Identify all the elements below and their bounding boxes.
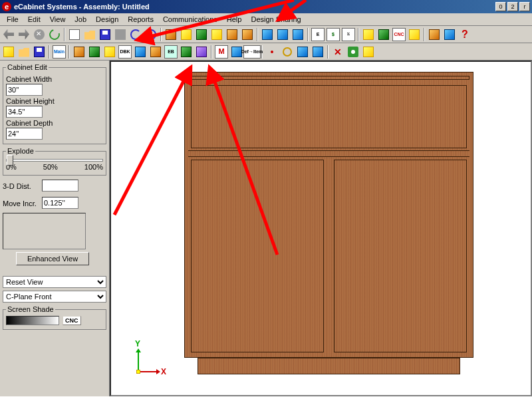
- screen-shade-legend: Screen Shade: [6, 305, 55, 313]
- menu-job[interactable]: Job: [70, 14, 90, 25]
- tool-4-button[interactable]: [209, 27, 224, 42]
- explode-legend: Explode: [6, 147, 35, 155]
- tool-6-button[interactable]: [240, 27, 255, 42]
- move-input[interactable]: [42, 197, 78, 209]
- menu-communications[interactable]: Communications: [159, 14, 221, 25]
- tool-1-button[interactable]: [164, 27, 178, 42]
- cabinet-depth-input[interactable]: [6, 128, 43, 140]
- redo-button[interactable]: [144, 27, 158, 42]
- cab-3-button[interactable]: [102, 45, 117, 59]
- maximize-button[interactable]: 2: [507, 2, 518, 11]
- circle-button[interactable]: [280, 45, 295, 59]
- layout-icon: [378, 29, 389, 40]
- minimize-button[interactable]: 0: [495, 2, 506, 11]
- dbx-button[interactable]: DBK: [118, 45, 132, 59]
- window-3-button[interactable]: [291, 27, 305, 42]
- grid-icon: [313, 47, 323, 57]
- cnc-small-button[interactable]: CNC: [63, 316, 81, 325]
- sigma-button[interactable]: Σ: [341, 27, 356, 42]
- m-button[interactable]: M: [214, 45, 229, 59]
- undo-button[interactable]: [128, 27, 143, 42]
- cplane-select[interactable]: C-Plane Front: [3, 291, 106, 303]
- enhanced-view-button[interactable]: Enhanced View: [16, 252, 89, 265]
- last-icon: [363, 47, 374, 57]
- nav-stop-button[interactable]: [32, 27, 47, 42]
- cab-4-button[interactable]: [133, 45, 148, 59]
- menu-design-sharing[interactable]: Design Sharing: [247, 14, 305, 25]
- tool-3-button[interactable]: [194, 27, 209, 42]
- select-button[interactable]: [1, 45, 16, 59]
- open2-button[interactable]: [17, 45, 31, 59]
- cabinet-width-label: Cabinet Width: [6, 75, 103, 83]
- explode-slider[interactable]: [6, 159, 103, 162]
- grid-button[interactable]: [311, 45, 325, 59]
- nav-back-button[interactable]: [1, 27, 16, 42]
- menu-view[interactable]: View: [46, 14, 70, 25]
- window-1-button[interactable]: [260, 27, 275, 42]
- graph-button[interactable]: [295, 45, 310, 59]
- print-icon: [115, 29, 126, 40]
- viewport-3d[interactable]: X Y: [110, 61, 532, 396]
- point-button[interactable]: [265, 45, 279, 59]
- cabinet-depth-label: Cabinet Depth: [6, 119, 103, 127]
- dist-label: 3-D Dist.: [3, 182, 39, 190]
- window-2-button[interactable]: [275, 27, 290, 42]
- main-area: Cabinet Edit Cabinet Width Cabinet Heigh…: [0, 61, 532, 396]
- tool-9-button[interactable]: [407, 27, 422, 42]
- tool-11-button[interactable]: [442, 27, 457, 42]
- tool-7-button[interactable]: [361, 27, 376, 42]
- tool-5-button[interactable]: [225, 27, 239, 42]
- dollar-button[interactable]: $: [326, 27, 340, 42]
- window-title: eCabinet Systems - Assembly: Untitled: [14, 3, 494, 11]
- open-button[interactable]: [82, 27, 97, 42]
- camera-button[interactable]: [346, 45, 360, 59]
- help-button[interactable]: ?: [458, 27, 472, 42]
- menu-help[interactable]: Help: [223, 14, 246, 25]
- tool-8-button[interactable]: [376, 27, 391, 42]
- close-button[interactable]: r: [519, 2, 530, 11]
- save2-button[interactable]: [32, 45, 47, 59]
- camera-icon: [348, 47, 358, 57]
- redo-icon: [146, 29, 156, 40]
- shade-slider[interactable]: [6, 316, 59, 325]
- cab4-icon: [135, 47, 146, 57]
- delete-button[interactable]: ✕: [331, 45, 345, 59]
- cab-1-button[interactable]: [72, 45, 86, 59]
- circle-icon: [283, 47, 292, 57]
- refresh-icon: [47, 27, 62, 42]
- render-icon: [196, 29, 207, 40]
- eb-button[interactable]: EB: [164, 45, 178, 59]
- main-button[interactable]: Main: [52, 45, 66, 59]
- cab-icon: [74, 47, 84, 57]
- cabinet-width-input[interactable]: [6, 84, 43, 96]
- misc-icon: [429, 29, 440, 40]
- tool-2-button[interactable]: [179, 27, 194, 42]
- sigma-icon: Σ: [342, 28, 355, 41]
- nav-forward-button[interactable]: [17, 27, 31, 42]
- menu-file[interactable]: File: [3, 14, 23, 25]
- m-icon: M: [215, 45, 228, 59]
- defitem-button[interactable]: Def→Item: [245, 45, 259, 59]
- save-button[interactable]: [98, 27, 112, 42]
- cab-6-button[interactable]: [179, 45, 194, 59]
- cab-5-button[interactable]: [148, 45, 163, 59]
- menubar: File Edit View Job Design Reports Commun…: [0, 13, 532, 26]
- reset-view-select[interactable]: Reset View: [3, 276, 106, 288]
- tool-last-button[interactable]: [361, 45, 376, 59]
- menu-edit[interactable]: Edit: [24, 14, 45, 25]
- new-button[interactable]: [67, 27, 82, 42]
- nav-refresh-button[interactable]: [47, 27, 62, 42]
- axis-indicator: X Y: [124, 342, 164, 382]
- print-button[interactable]: [113, 27, 128, 42]
- tool-10-button[interactable]: [427, 27, 442, 42]
- menu-reports[interactable]: Reports: [124, 14, 158, 25]
- menu-design[interactable]: Design: [92, 14, 122, 25]
- cab-2-button[interactable]: [87, 45, 102, 59]
- cnc-button[interactable]: CNC: [392, 27, 406, 42]
- save-icon: [100, 29, 110, 40]
- titlebar: e eCabinet Systems - Assembly: Untitled …: [0, 0, 532, 13]
- dist-input[interactable]: [42, 180, 78, 192]
- cabinet-height-input[interactable]: [6, 106, 43, 118]
- cab-7-button[interactable]: [194, 45, 209, 59]
- e-button[interactable]: E: [311, 27, 325, 42]
